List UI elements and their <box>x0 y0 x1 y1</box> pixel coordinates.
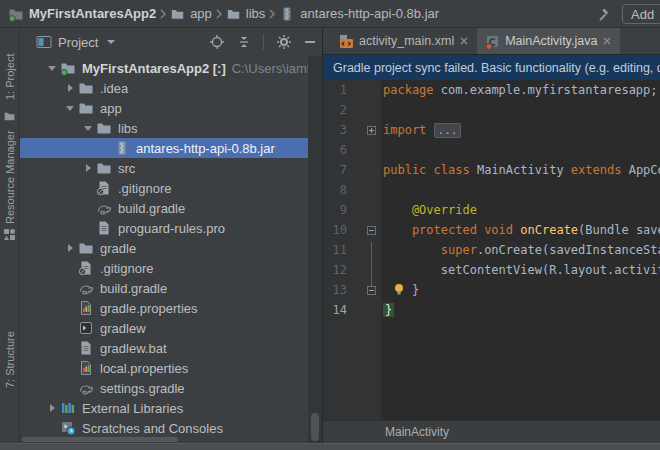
folded-imports[interactable]: ... <box>434 123 462 138</box>
code-token: setContentView(R.layout.activity <box>383 263 660 277</box>
line-number[interactable]: 3 <box>323 120 347 140</box>
breadcrumb-class[interactable]: MainActivity <box>385 425 449 439</box>
fold-range-line <box>371 242 372 286</box>
editor-gutter[interactable]: 1 2 3 6 7 8 9 10 11 12 13 14 <box>323 80 381 420</box>
code-line[interactable]: package com.example.myfirstantaresapp; <box>383 80 660 100</box>
code-line[interactable]: setContentView(R.layout.activity <box>383 260 660 280</box>
chevron-right-icon <box>215 8 223 20</box>
code-token: MainActivity <box>470 163 571 177</box>
code-line[interactable] <box>383 140 660 160</box>
breadcrumb-libs[interactable]: libs <box>226 6 266 21</box>
stripe-project-button[interactable]: 1: Project <box>4 54 16 100</box>
tree-item-gitignore-app[interactable]: .gitignore <box>20 178 322 198</box>
stripe-resource-manager-button[interactable]: Resource Manager <box>4 130 16 224</box>
build-hammer-icon[interactable] <box>596 5 614 27</box>
expanded-arrow-icon[interactable] <box>66 106 74 111</box>
tree-item-settings-gradle[interactable]: settings.gradle <box>20 378 322 398</box>
line-number[interactable]: 9 <box>323 200 347 220</box>
collapsed-arrow-icon[interactable] <box>86 164 91 172</box>
gradle-elephant-icon <box>78 280 94 296</box>
tab-activity-main-xml[interactable]: activity_main.xml <box>331 28 477 54</box>
tree-horizontal-scrollbar[interactable] <box>22 437 178 442</box>
tree-item-idea[interactable]: .idea <box>20 78 322 98</box>
matched-brace: } <box>383 303 394 317</box>
code-line[interactable] <box>383 100 660 120</box>
tree-item-gradlew-bat[interactable]: gradlew.bat <box>20 338 322 358</box>
fold-end-icon[interactable] <box>367 286 376 295</box>
code-line[interactable]: @Override <box>383 200 660 220</box>
gear-icon[interactable] <box>276 34 292 50</box>
tree-item-gradle-folder[interactable]: gradle <box>20 238 322 258</box>
tree-item-gradlew[interactable]: gradlew <box>20 318 322 338</box>
collapsed-arrow-icon[interactable] <box>50 404 55 412</box>
fold-expand-icon[interactable] <box>367 126 376 135</box>
code-line[interactable]: } <box>383 280 660 300</box>
breadcrumb-libs-label: libs <box>246 6 266 21</box>
tree-item-label: gradle <box>100 241 136 256</box>
tree-vertical-scrollbar[interactable] <box>311 413 319 441</box>
locate-file-icon[interactable] <box>209 34 225 50</box>
code-line[interactable]: super.onCreate(savedInstanceStat <box>383 240 660 260</box>
panel-title[interactable]: Project <box>58 35 98 50</box>
tab-mainactivity-java[interactable]: MainActivity.java <box>477 28 620 54</box>
tree-item-proguard-rules[interactable]: proguard-rules.pro <box>20 218 322 238</box>
code-line[interactable] <box>383 180 660 200</box>
code-line[interactable]: } <box>383 300 660 320</box>
tree-item-external-libraries[interactable]: External Libraries <box>20 398 322 418</box>
code-line[interactable]: protected void onCreate(Bundle saved <box>383 220 660 240</box>
code-token: @Override <box>383 203 477 217</box>
chevron-down-icon[interactable] <box>107 40 115 44</box>
breadcrumb-jar[interactable]: antares-http-api-0.8b.jar <box>279 6 439 22</box>
tree-item-build-gradle-app[interactable]: build.gradle <box>20 198 322 218</box>
java-class-error-icon <box>485 34 500 49</box>
line-number[interactable]: 12 <box>323 260 347 280</box>
folder-icon <box>78 240 94 256</box>
project-folder-icon[interactable] <box>3 110 16 122</box>
code-editor[interactable]: 1 2 3 6 7 8 9 10 11 12 13 14 package com… <box>323 80 660 420</box>
tree-item-build-gradle-root[interactable]: build.gradle <box>20 278 322 298</box>
tree-item-local-properties[interactable]: local.properties <box>20 358 322 378</box>
tree-item-scratches[interactable]: Scratches and Consoles <box>20 418 322 438</box>
lightbulb-hint-icon[interactable] <box>393 283 405 296</box>
tree-item-gitignore-root[interactable]: .gitignore <box>20 258 322 278</box>
collapse-all-icon[interactable] <box>237 34 251 50</box>
line-number-current[interactable]: 14 <box>323 300 347 320</box>
tree-item-root[interactable]: MyFirstAntaresApp2 [:] C:\Users\iamtarip… <box>20 58 322 78</box>
add-configuration-label: Add <box>631 7 654 22</box>
close-icon[interactable] <box>459 36 469 46</box>
collapsed-arrow-icon[interactable] <box>68 244 73 252</box>
tree-item-label: build.gradle <box>100 281 167 296</box>
add-configuration-button[interactable]: Add <box>622 4 660 24</box>
hide-panel-icon[interactable] <box>304 34 316 50</box>
code-line[interactable]: public class MainActivity extends AppCom <box>383 160 660 180</box>
expanded-arrow-icon[interactable] <box>48 66 56 71</box>
code-line[interactable]: import ... <box>383 120 660 140</box>
resource-manager-icon[interactable] <box>3 228 16 241</box>
banner-message: Gradle project sync failed. Basic functi… <box>333 61 660 75</box>
line-number[interactable]: 11 <box>323 240 347 260</box>
tree-item-antares-jar[interactable]: antares-http-api-0.8b.jar <box>20 138 308 158</box>
line-number[interactable]: 6 <box>323 140 347 160</box>
line-number[interactable]: 2 <box>323 100 347 120</box>
expanded-arrow-icon[interactable] <box>84 126 92 131</box>
line-number[interactable]: 10 <box>323 220 347 240</box>
line-number[interactable]: 13 <box>323 280 347 300</box>
code-token: AppCom <box>621 163 660 177</box>
tree-item-label: MyFirstAntaresApp2 [:] <box>82 61 226 76</box>
breadcrumb-app[interactable]: app <box>170 6 212 21</box>
close-icon[interactable] <box>602 36 612 46</box>
tab-label: activity_main.xml <box>359 34 454 48</box>
stripe-structure-button[interactable]: 7: Structure <box>4 331 16 388</box>
tree-item-src[interactable]: src <box>20 158 322 178</box>
breadcrumb-project[interactable]: MyFirstAntaresApp2 <box>8 6 156 22</box>
tree-item-label: settings.gradle <box>100 381 185 396</box>
folder-icon <box>226 7 241 21</box>
line-number[interactable]: 8 <box>323 180 347 200</box>
line-number[interactable]: 7 <box>323 160 347 180</box>
tree-item-app[interactable]: app <box>20 98 322 118</box>
fold-collapse-icon[interactable] <box>367 226 376 235</box>
collapsed-arrow-icon[interactable] <box>68 84 73 92</box>
line-number[interactable]: 1 <box>323 80 347 100</box>
tree-item-libs[interactable]: libs <box>20 118 322 138</box>
tree-item-gradle-properties[interactable]: gradle.properties <box>20 298 322 318</box>
